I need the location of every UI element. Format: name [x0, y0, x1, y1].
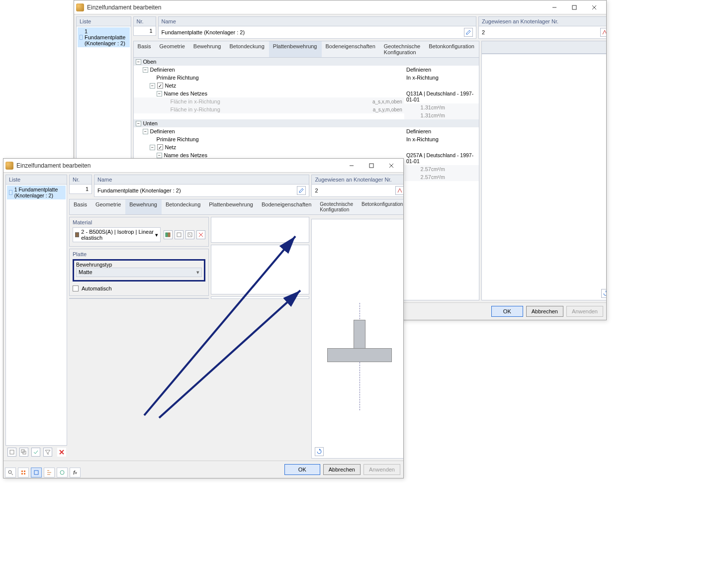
netz-name-value[interactable]: Q131A | Deutschland - 1997-01-01 — [406, 91, 477, 102]
bewehrungstyp-value: Matte — [79, 269, 92, 276]
expand-icon[interactable]: − — [157, 153, 162, 158]
list-item-label: 1 Fundamentplatte (Knotenlager : 2) — [14, 187, 64, 198]
tool-grid-icon[interactable] — [18, 468, 29, 477]
netz-checkbox[interactable] — [157, 83, 163, 89]
tab-bodeneigenschaften[interactable]: Bodeneigenschaften — [322, 41, 380, 57]
expand-icon[interactable]: − — [150, 83, 155, 89]
group-unten: Unten — [143, 120, 402, 126]
expand-icon[interactable]: − — [136, 121, 141, 126]
primaer-label: Primäre Richtung — [157, 75, 402, 81]
list-item[interactable]: 1 Fundamentplatte (Knotenlager : 2) — [7, 186, 66, 199]
expand-icon[interactable]: − — [143, 67, 148, 73]
assigned-input[interactable] — [315, 188, 394, 193]
maximize-button[interactable] — [362, 159, 381, 172]
name-input[interactable] — [162, 29, 463, 35]
edit-name-icon[interactable] — [464, 28, 473, 37]
apply-button[interactable]: Anwenden — [364, 464, 400, 475]
window-title: Einzelfundament bearbeiten — [87, 4, 545, 11]
tab-geometrie[interactable]: Geometrie — [91, 199, 125, 214]
tool-globe-icon[interactable] — [57, 468, 68, 477]
netz-checkbox[interactable] — [157, 144, 163, 150]
tool-fx-icon[interactable]: fx — [70, 468, 81, 477]
expand-icon[interactable]: − — [150, 145, 155, 150]
ok-button[interactable]: OK — [284, 464, 320, 475]
primaer-value[interactable]: In x-Richtung — [406, 136, 477, 142]
status-bar: fx — [5, 468, 81, 477]
refresh-preview-icon[interactable] — [601, 289, 606, 298]
tool-tree-icon[interactable] — [44, 468, 55, 477]
tab-basis[interactable]: Basis — [134, 41, 156, 57]
primaer-value[interactable]: In x-Richtung — [406, 75, 477, 81]
refresh-preview-icon[interactable] — [315, 447, 324, 456]
tab-basis[interactable]: Basis — [70, 199, 91, 214]
name-input[interactable] — [97, 188, 296, 193]
tab-betondeckung[interactable]: Betondeckung — [225, 41, 269, 57]
window-title: Einzelfundament bearbeiten — [16, 162, 342, 169]
ok-button[interactable]: OK — [491, 306, 523, 317]
cancel-button[interactable]: Abbrechen — [323, 464, 361, 475]
tab-betonkonfiguration[interactable]: Betonkonfiguration — [425, 41, 479, 57]
chevron-down-icon: ▾ — [196, 269, 199, 276]
app-icon — [76, 3, 84, 11]
tab-betonkonfiguration[interactable]: Betonkonfiguration — [358, 199, 403, 214]
tab-bodeneigenschaften[interactable]: Bodeneigenschaften — [258, 199, 316, 214]
minimize-button[interactable] — [342, 159, 362, 172]
material-edit-icon[interactable] — [185, 230, 194, 239]
tab-bar: Basis Geometrie Bewehrung Betondeckung P… — [133, 41, 479, 58]
apply-button[interactable]: Anwenden — [566, 306, 603, 317]
filter-icon[interactable] — [43, 448, 52, 457]
copy-icon[interactable] — [19, 448, 28, 457]
definieren-value[interactable]: Definieren — [406, 128, 477, 134]
fy-sym: a_s,y,m,oben — [373, 107, 402, 112]
svg-rect-12 — [21, 473, 23, 474]
maximize-button[interactable] — [564, 1, 584, 14]
expand-icon[interactable]: − — [136, 59, 141, 65]
material-library-icon[interactable] — [164, 230, 173, 239]
netz-label: Netz — [165, 144, 402, 150]
edit-name-icon[interactable] — [297, 186, 306, 195]
bewehrungstyp-select[interactable]: Matte ▾ — [76, 268, 202, 277]
expand-icon[interactable]: − — [157, 91, 162, 96]
assigned-input[interactable] — [482, 29, 599, 35]
tab-geotechnisch[interactable]: Geotechnische Konfiguration — [316, 199, 358, 214]
list-item[interactable]: 1 Fundamentplatte (Knotenlager : 2) — [78, 27, 130, 47]
fx-label: Fläche in x-Richtung — [171, 98, 372, 104]
netz-name-value[interactable]: Q257A | Deutschland - 1997-01-01 — [406, 152, 477, 164]
cancel-button[interactable]: Abbrechen — [526, 306, 563, 317]
svg-rect-0 — [572, 5, 576, 9]
new-icon[interactable] — [7, 448, 16, 457]
expand-icon[interactable]: − — [143, 129, 148, 134]
tab-geometrie[interactable]: Geometrie — [155, 41, 189, 57]
name-label: Name — [158, 16, 476, 26]
minimize-button[interactable] — [545, 1, 564, 14]
delete-icon[interactable] — [57, 448, 66, 457]
nr-value: 1 — [86, 186, 89, 192]
material-delete-icon[interactable] — [196, 230, 205, 239]
tool-box-icon[interactable] — [31, 468, 42, 477]
material-select[interactable]: 2 - B500S(A) | Isotrop | Linear elastisc… — [73, 227, 161, 242]
material-new-icon[interactable] — [175, 230, 183, 239]
tab-geotechnisch[interactable]: Geotechnische Konfiguration — [380, 41, 425, 57]
check-icon[interactable] — [31, 448, 40, 457]
pick-node-icon[interactable] — [600, 28, 606, 37]
fx-unit: cm²/m — [431, 105, 455, 110]
primaer-label: Primäre Richtung — [157, 136, 402, 142]
svg-point-15 — [60, 471, 64, 474]
tab-bewehrung[interactable]: Bewehrung — [125, 199, 162, 214]
close-button[interactable] — [381, 159, 401, 172]
definieren-label: Definieren — [150, 67, 402, 73]
tool-zoom-icon[interactable] — [5, 468, 16, 477]
close-button[interactable] — [584, 1, 604, 14]
svg-rect-7 — [177, 233, 181, 237]
fy-unit: cm²/m — [431, 113, 455, 118]
tab-plattenbewehrung[interactable]: Plattenbewehrung — [205, 199, 258, 214]
fx-value: 1.31 — [406, 104, 431, 110]
auto-checkbox[interactable] — [73, 285, 79, 291]
pick-node-icon[interactable] — [395, 186, 403, 195]
definieren-value[interactable]: Definieren — [406, 67, 477, 73]
tab-betondeckung[interactable]: Betondeckung — [162, 199, 205, 214]
tab-plattenbewehrung[interactable]: Plattenbewehrung — [269, 41, 322, 57]
highlight-bewehrungstyp: Bewehrungstyp Matte ▾ — [73, 259, 205, 282]
tab-bewehrung[interactable]: Bewehrung — [189, 41, 226, 57]
group-oben: Oben — [143, 59, 402, 65]
